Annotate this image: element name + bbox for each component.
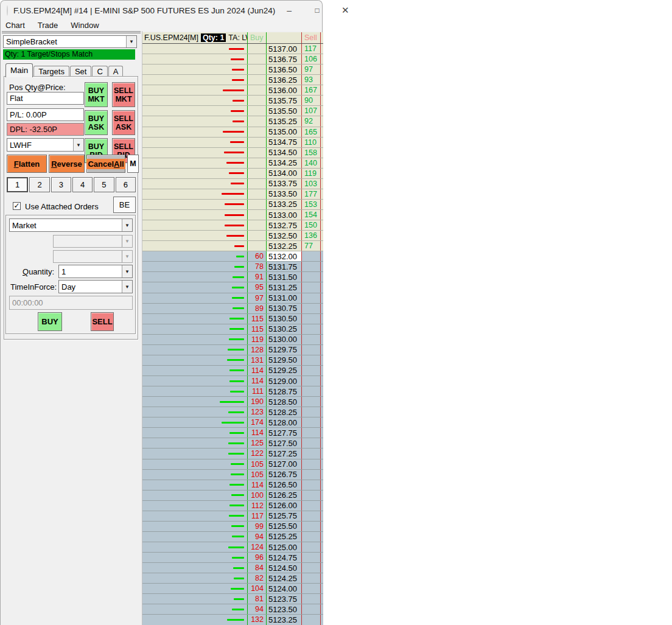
buy-qty-cell[interactable]: 82 — [247, 573, 267, 583]
sell-qty-cell[interactable] — [302, 293, 321, 303]
sell-qty-cell[interactable]: 93 — [302, 75, 321, 85]
price-cell[interactable]: 5125.00 — [267, 542, 302, 552]
price-cell[interactable]: 5130.25 — [267, 324, 302, 334]
price-cell[interactable]: 5127.75 — [267, 428, 302, 438]
sell-qty-cell[interactable] — [302, 355, 321, 365]
maximize-button[interactable]: □ — [303, 1, 331, 20]
price-cell[interactable]: 5131.25 — [267, 282, 302, 292]
sell-qty-cell[interactable] — [302, 470, 321, 480]
buy-qty-cell[interactable] — [247, 44, 267, 54]
buy-qty-cell[interactable]: 84 — [247, 563, 267, 573]
sell-qty-cell[interactable] — [302, 324, 321, 334]
sell-qty-cell[interactable] — [302, 272, 321, 282]
price-cell[interactable]: 5123.25 — [267, 615, 302, 624]
tab-main[interactable]: Main — [5, 63, 33, 77]
buy-qty-cell[interactable]: 81 — [247, 594, 267, 604]
price-cell[interactable]: 5135.75 — [267, 96, 302, 105]
price-cell[interactable]: 5126.25 — [267, 491, 302, 500]
buy-qty-cell[interactable] — [247, 116, 267, 126]
price-cell[interactable]: 5133.75 — [267, 179, 302, 189]
price-cell[interactable]: 5125.75 — [267, 511, 302, 521]
sell-qty-cell[interactable]: 177 — [302, 189, 321, 199]
price-cell[interactable]: 5125.25 — [267, 532, 302, 542]
buy-qty-cell[interactable]: 125 — [247, 438, 267, 448]
sell-qty-cell[interactable] — [302, 314, 321, 324]
price-cell[interactable]: 5124.00 — [267, 584, 302, 593]
price-cell[interactable]: 5136.00 — [267, 85, 302, 95]
price-cell[interactable]: 5124.25 — [267, 573, 302, 583]
quantity-select[interactable]: 1 ▼ — [58, 265, 133, 278]
sell-qty-cell[interactable] — [302, 262, 321, 271]
buy-qty-cell[interactable]: 112 — [247, 501, 267, 511]
buy-qty-cell[interactable]: 115 — [247, 324, 267, 334]
sell-qty-cell[interactable] — [302, 563, 321, 573]
sell-qty-cell[interactable] — [302, 304, 321, 313]
close-button[interactable]: ✕ — [331, 1, 359, 20]
buy-qty-cell[interactable]: 114 — [247, 480, 267, 490]
buy-qty-cell[interactable]: 60 — [247, 251, 267, 261]
qty-preset-3-button[interactable]: 3 — [51, 177, 71, 192]
sell-qty-cell[interactable] — [302, 501, 321, 511]
sell-qty-cell[interactable]: 103 — [302, 179, 321, 189]
price-cell[interactable]: 5134.25 — [267, 158, 302, 168]
buy-qty-cell[interactable]: 115 — [247, 314, 267, 324]
buy-qty-cell[interactable]: 119 — [247, 335, 267, 344]
sell-qty-cell[interactable] — [302, 282, 321, 292]
menu-item-trade[interactable]: Trade — [38, 21, 65, 31]
buy-qty-cell[interactable] — [247, 96, 267, 105]
sell-qty-cell[interactable] — [302, 386, 321, 396]
buy-qty-cell[interactable]: 96 — [247, 553, 267, 562]
buy-qty-cell[interactable]: 94 — [247, 532, 267, 542]
buy-qty-cell[interactable]: 89 — [247, 304, 267, 313]
price-cell[interactable]: 5128.75 — [267, 386, 302, 396]
sell-qty-cell[interactable] — [302, 335, 321, 344]
sell-qty-cell[interactable]: 77 — [302, 241, 321, 251]
buy-qty-cell[interactable] — [247, 106, 267, 116]
buy-qty-cell[interactable] — [247, 138, 267, 147]
price-cell[interactable]: 5132.75 — [267, 220, 302, 230]
sell-qty-cell[interactable] — [302, 417, 321, 427]
sell-qty-cell[interactable]: 107 — [302, 106, 321, 116]
price-cell[interactable]: 5128.25 — [267, 407, 302, 417]
price-cell[interactable]: 5127.00 — [267, 459, 302, 469]
buy-qty-cell[interactable] — [247, 189, 267, 199]
price-cell[interactable]: 5132.25 — [267, 241, 302, 251]
sell-qty-cell[interactable] — [302, 376, 321, 386]
sell-qty-cell[interactable] — [302, 584, 321, 593]
buy-qty-cell[interactable] — [247, 127, 267, 137]
price-cell[interactable]: 5126.75 — [267, 470, 302, 480]
buy-qty-cell[interactable] — [247, 220, 267, 230]
sell-qty-cell[interactable] — [302, 438, 321, 448]
price-cell[interactable]: 5127.50 — [267, 438, 302, 448]
sell-qty-cell[interactable] — [302, 522, 321, 531]
price-cell[interactable]: 5134.75 — [267, 138, 302, 147]
price-cell[interactable]: 5124.50 — [267, 563, 302, 573]
price-cell[interactable]: 5136.50 — [267, 65, 302, 74]
buy-qty-cell[interactable]: 99 — [247, 522, 267, 531]
qty-preset-4-button[interactable]: 4 — [72, 177, 93, 192]
price-cell[interactable]: 5123.75 — [267, 594, 302, 604]
price-cell[interactable]: 5131.50 — [267, 272, 302, 282]
buy-qty-cell[interactable]: 100 — [247, 491, 267, 500]
sell-qty-cell[interactable]: 167 — [302, 85, 321, 95]
price-cell[interactable]: 5131.75 — [267, 262, 302, 271]
buy-qty-cell[interactable]: 124 — [247, 542, 267, 552]
price-cell[interactable]: 5127.25 — [267, 449, 302, 458]
price-cell[interactable]: 5135.00 — [267, 127, 302, 137]
buy-qty-cell[interactable]: 128 — [247, 345, 267, 355]
sell-qty-cell[interactable] — [302, 407, 321, 417]
price-cell[interactable]: 5131.00 — [267, 293, 302, 303]
buy-qty-cell[interactable] — [247, 231, 267, 240]
buy-qty-cell[interactable]: 95 — [247, 282, 267, 292]
buy-qty-cell[interactable] — [247, 75, 267, 85]
position-field[interactable]: Flat — [7, 92, 84, 105]
sell-qty-cell[interactable]: 97 — [302, 65, 321, 74]
use-attached-orders-checkbox[interactable]: ✓ — [13, 202, 21, 210]
buy-qty-cell[interactable]: 111 — [247, 386, 267, 396]
qty-preset-2-button[interactable]: 2 — [29, 177, 49, 192]
buy-mkt-button[interactable]: BUYMKT — [85, 82, 108, 107]
price-cell[interactable]: 5137.00 — [267, 44, 302, 54]
reverse-button[interactable]: Reverse — [49, 155, 85, 173]
buy-qty-cell[interactable] — [247, 241, 267, 251]
sell-qty-cell[interactable]: 158 — [302, 148, 321, 158]
